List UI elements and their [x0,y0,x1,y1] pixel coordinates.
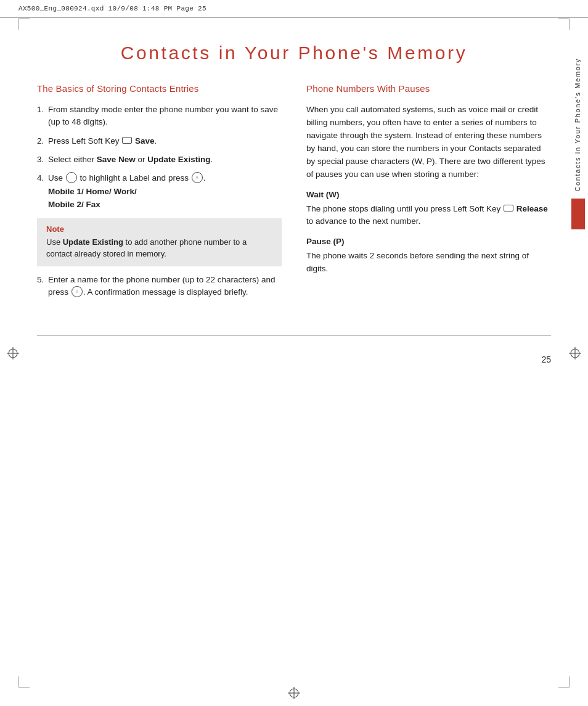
col-right: Phone Numbers With Pauses When you call … [306,82,551,305]
list-body: Enter a name for the phone number (up to… [48,274,282,299]
wait-heading: Wait (W) [306,190,551,199]
note-text: Use Update Existing to add another phone… [46,236,274,260]
sidebar-label: Contacts in Your Phone's Memory [574,53,582,197]
list-body: Select either Save New or Update Existin… [48,154,282,166]
pause-paragraph: The phone waits 2 seconds before sending… [306,250,551,276]
left-heading: The Basics of Storing Contacts Entries [37,82,282,95]
list-item: 1. From standby mode enter the phone num… [37,104,282,129]
list-number: 2. [37,135,48,147]
bottom-rule [37,335,551,336]
corner-mark-br [558,676,570,688]
page-title: Contacts in Your Phone's Memory [37,43,551,64]
page-wrapper: AX500_Eng_080924.qxd 10/9/08 1:48 PM Pag… [0,0,588,706]
page-number: 25 [0,342,588,364]
list-item: 2. Press Left Soft Key Save. [37,135,282,147]
pause-heading: Pause (P) [306,237,551,246]
wait-paragraph: The phone stops dialing until you press … [306,203,551,229]
list-body: Press Left Soft Key Save. [48,135,282,147]
intro-paragraph: When you call automated systems, such as… [306,104,551,181]
note-title: Note [46,224,274,234]
page-number-text: 25 [541,355,551,364]
list-number: 4. [37,172,48,211]
list-number: 3. [37,154,48,166]
corner-mark-bl [18,676,30,688]
file-header: AX500_Eng_080924.qxd 10/9/08 1:48 PM Pag… [0,0,588,18]
reg-mark-left [6,347,20,360]
list-number: 1. [37,104,48,129]
sub-items-label: Mobile 1/ Home/ Work/Mobile 2/ Fax [48,186,282,211]
list-item: 3. Select either Save New or Update Exis… [37,154,282,166]
note-box: Note Use Update Existing to add another … [37,218,282,266]
list-number: 5. [37,274,48,299]
file-info-text: AX500_Eng_080924.qxd 10/9/08 1:48 PM Pag… [18,5,206,12]
sidebar-accent [571,199,585,229]
menuok-icon: ○ [71,286,83,297]
right-heading: Phone Numbers With Pauses [306,82,551,95]
list-body: Use to highlight a Label and press ○. Mo… [48,172,282,211]
sidebar: Contacts in Your Phone's Memory [568,0,588,326]
reg-mark-bottom [287,686,301,700]
menuok-icon: ○ [192,172,203,183]
softkey-icon [504,205,513,211]
list-body: From standby mode enter the phone number… [48,104,282,129]
list-item: 5. Enter a name for the phone number (up… [37,274,282,299]
main-content: Contacts in Your Phone's Memory The Basi… [0,18,588,329]
two-column-layout: The Basics of Storing Contacts Entries 1… [37,82,551,305]
nav-icon [66,172,77,183]
list-item: 4. Use to highlight a Label and press ○.… [37,172,282,211]
col-left: The Basics of Storing Contacts Entries 1… [37,82,282,305]
softkey-icon [122,137,132,144]
reg-mark-right [568,347,582,360]
